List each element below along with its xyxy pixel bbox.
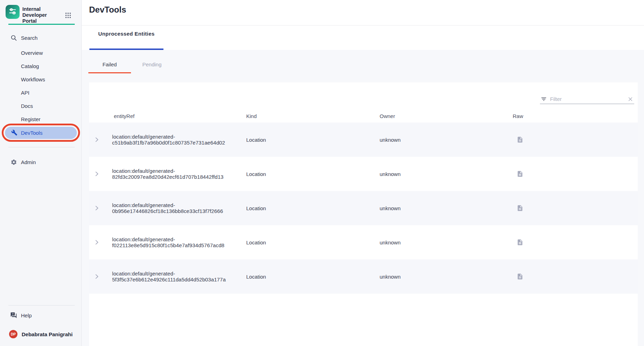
sidebar-item-api[interactable]: API [0,88,82,97]
sidebar-item-label: API [21,90,29,96]
page-title: DevTools [89,5,126,15]
document-icon[interactable] [517,239,524,246]
sidebar-item-search[interactable]: Search [0,33,82,43]
sidebar-item-overview[interactable]: Overview [0,48,82,58]
table-row[interactable]: location:default/generated-f022113e8e5d9… [89,225,638,259]
filter-input[interactable] [550,96,627,102]
tab-pending[interactable]: Pending [131,61,173,67]
document-icon[interactable] [517,205,524,212]
sidebar-item-label: Admin [21,159,36,165]
document-icon[interactable] [517,136,524,143]
header-divider [82,25,644,25]
sidebar-item-label: Workflows [21,76,45,82]
sidebar-item-admin[interactable]: Admin [0,157,82,167]
chevron-right-icon[interactable] [93,239,100,246]
column-header-entityref: entityRef [114,113,134,119]
sidebar-item-label: Catalog [21,63,39,69]
sidebar-item-label: Help [21,312,32,318]
table-row[interactable]: location:default/generated-c51b9ab3f1fb7… [89,123,638,157]
table-row[interactable]: location:default/generated-0b956e1744682… [89,191,638,225]
tab-failed[interactable]: Failed [88,61,131,67]
chevron-right-icon[interactable] [93,170,100,177]
sidebar-item-register[interactable]: Register [0,114,82,124]
column-header-kind: Kind [246,113,257,119]
table-row[interactable]: location:default/generated-5f3f5c37e6b61… [89,259,638,294]
sidebar: Internal Developer Portal Search Over [0,0,82,346]
chevron-right-icon[interactable] [93,136,100,143]
page-header: DevTools Unprocessed Entities [82,0,644,50]
sidebar-item-help[interactable]: ? Help [0,310,82,320]
svg-text:?: ? [12,312,14,316]
owner-cell: unknown [380,274,401,280]
user-avatar[interactable]: DP [9,330,17,338]
content-area: Failed Pending entityRef Kind Owner Raw [82,50,644,346]
kind-cell: Location [246,137,266,143]
entityref-cell: location:default/generated-c51b9ab3f1fb7… [112,134,224,146]
owner-cell: unknown [380,240,401,245]
sidebar-divider [8,305,75,305]
brand-logo[interactable] [6,5,20,19]
user-name[interactable]: Debabrata Panigrahi [22,331,73,337]
owner-cell: unknown [380,137,401,143]
kind-cell: Location [246,274,266,280]
tab-unprocessed-entities[interactable]: Unprocessed Entities [89,31,163,37]
document-icon[interactable] [517,170,524,177]
entityref-cell: location:default/generated-5f3f5c37e6b61… [112,271,224,282]
wrench-icon [11,130,17,136]
sidebar-item-workflows[interactable]: Workflows [0,74,82,84]
sidebar-item-label: DevTools [21,130,43,136]
devtools-page: Internal Developer Portal Search Over [0,0,644,346]
column-header-owner: Owner [380,113,395,119]
table-row[interactable]: location:default/generated-82fd3c20097ea… [89,157,638,191]
entityref-cell: location:default/generated-82fd3c20097ea… [112,168,224,180]
entities-table-card: entityRef Kind Owner Raw location:defaul… [89,82,638,346]
filter-field [540,94,634,104]
gear-icon [10,159,17,165]
owner-cell: unknown [380,171,401,177]
sidebar-item-label: Search [21,35,38,41]
kind-cell: Location [246,205,266,211]
entityref-cell: location:default/generated-0b956e1744682… [112,202,224,214]
sidebar-item-docs[interactable]: Docs [0,101,82,111]
sidebar-item-label: Overview [21,50,43,56]
apps-grid-icon[interactable] [65,12,72,19]
sliders-logo-icon [8,6,17,17]
sidebar-divider [8,147,75,147]
kind-cell: Location [246,171,266,177]
sidebar-item-catalog[interactable]: Catalog [0,61,82,71]
search-icon [10,34,17,41]
clear-icon[interactable] [627,96,634,102]
failed-tab-indicator [88,72,131,73]
owner-cell: unknown [380,205,401,211]
sidebar-item-devtools-active[interactable]: DevTools [5,127,77,139]
filter-icon [541,96,547,102]
chevron-right-icon[interactable] [93,273,100,280]
help-chat-icon: ? [10,312,17,319]
brand-divider [8,24,75,25]
brand-title: Internal Developer Portal [22,6,62,24]
entityref-cell: location:default/generated-f022113e8e5d9… [112,236,224,248]
chevron-right-icon[interactable] [93,205,100,212]
kind-cell: Location [246,240,266,245]
sidebar-item-label: Docs [21,103,33,109]
document-icon[interactable] [517,273,524,280]
sidebar-item-label: Register [21,116,41,122]
column-header-raw: Raw [513,113,523,119]
